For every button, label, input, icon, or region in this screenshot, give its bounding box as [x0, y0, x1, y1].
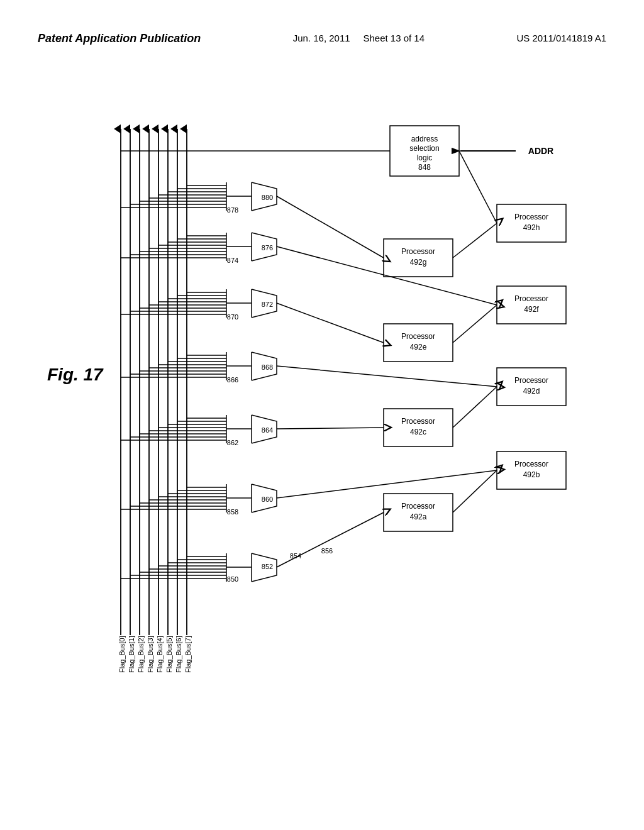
svg-line-102 — [453, 470, 497, 512]
addr-sel-label4: 848 — [418, 163, 431, 172]
bus-label-0: Flag_Bus[0] — [118, 636, 126, 673]
addr-sel-label2: selection — [409, 144, 439, 153]
label-878: 878 — [227, 206, 238, 214]
svg-line-71 — [277, 303, 384, 343]
proc-492g-label2: 492g — [410, 258, 427, 267]
proc-492c-label1: Processor — [401, 417, 435, 426]
svg-line-99 — [453, 223, 497, 258]
svg-line-98 — [459, 151, 497, 223]
label-854: 854 — [290, 552, 301, 560]
proc-492g-label1: Processor — [401, 247, 435, 256]
header: Patent Application Publication Jun. 16, … — [38, 31, 606, 46]
header-center: Jun. 16, 2011 Sheet 13 of 14 — [293, 31, 425, 46]
label-872: 872 — [262, 301, 273, 308]
label-876: 876 — [262, 244, 273, 252]
proc-492c-label2: 492c — [410, 428, 426, 436]
label-856: 856 — [321, 547, 333, 555]
page: Patent Application Publication Jun. 16, … — [0, 0, 644, 830]
svg-line-100 — [453, 305, 497, 343]
label-870: 870 — [227, 313, 238, 321]
label-860: 860 — [262, 495, 273, 503]
date-label: Jun. 16, 2011 — [293, 33, 350, 43]
bus-label-4: Flag_Bus[4] — [156, 636, 164, 673]
bus-label-7: Flag_Bus[7] — [184, 636, 192, 673]
proc-492e-label1: Processor — [401, 332, 435, 341]
proc-492b-label1: Processor — [514, 460, 548, 468]
addr-label: ADDR — [528, 146, 553, 156]
proc-492d-label2: 492d — [523, 387, 540, 396]
bus-label-2: Flag_Bus[2] — [137, 636, 145, 673]
svg-line-47 — [277, 428, 384, 429]
patent-title: Patent Application Publication — [38, 31, 201, 46]
bus-label-6: Flag_Bus[6] — [175, 636, 182, 673]
label-858: 858 — [227, 508, 238, 516]
sheet-label: Sheet 13 of 14 — [363, 33, 425, 43]
bus-label-1: Flag_Bus[1] — [128, 636, 135, 673]
addr-sel-label1: address — [411, 135, 438, 143]
label-868: 868 — [262, 363, 273, 371]
proc-492h-label2: 492h — [523, 223, 540, 232]
label-864: 864 — [262, 426, 273, 434]
label-866: 866 — [227, 376, 238, 384]
proc-492e-label2: 492e — [410, 343, 427, 351]
proc-492h-label1: Processor — [514, 213, 548, 221]
circuit-diagram: Flag_Bus[0] Flag_Bus[1] Flag_Bus[2] Flag… — [82, 101, 597, 742]
bus-label-5: Flag_Bus[5] — [165, 636, 173, 673]
patent-number: US 2011/0141819 A1 — [516, 31, 606, 46]
bus-label-3: Flag_Bus[3] — [147, 636, 154, 673]
label-850: 850 — [227, 575, 238, 583]
addr-sel-label3: logic — [417, 153, 433, 162]
proc-492b-label2: 492b — [523, 470, 540, 479]
svg-line-59 — [277, 366, 497, 387]
proc-492d-label1: Processor — [514, 376, 548, 385]
label-862: 862 — [227, 439, 238, 446]
label-880: 880 — [262, 194, 273, 201]
proc-492f-label2: 492f — [524, 305, 539, 314]
proc-492a-label1: Processor — [401, 502, 435, 511]
svg-line-101 — [453, 387, 497, 428]
label-852: 852 — [262, 563, 273, 570]
proc-492a-label2: 492a — [410, 512, 427, 521]
proc-492f-label1: Processor — [514, 294, 548, 303]
svg-line-95 — [277, 196, 384, 258]
diagram-area: Flag_Bus[0] Flag_Bus[1] Flag_Bus[2] Flag… — [82, 101, 597, 742]
label-874: 874 — [227, 257, 238, 264]
